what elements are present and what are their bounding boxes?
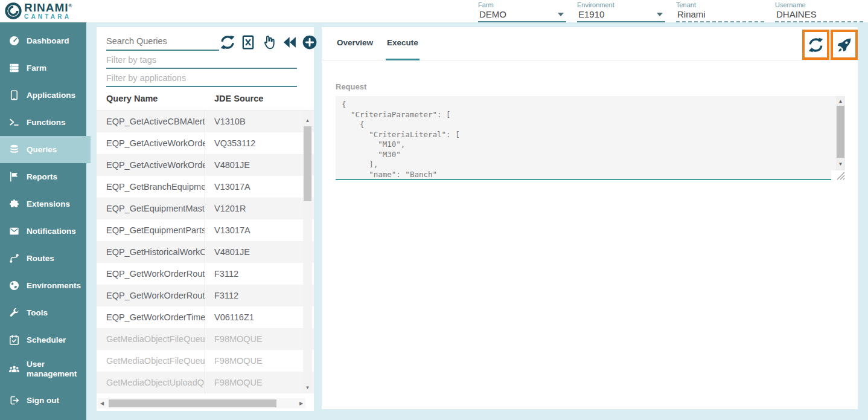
scheduler-icon [8,334,20,346]
tenant-label: Tenant [676,1,764,8]
environments-icon [8,280,20,291]
rinami-swirl-icon [5,2,22,19]
execute-query-button[interactable] [831,30,858,60]
table-row[interactable]: EQP_GetActiveWorkOrdersV4801JE [97,154,314,176]
rocket-icon [836,37,852,53]
request-json-text: { "CriteriaParameter": [ { "CriteriaLite… [342,100,833,178]
collapse-panel-button[interactable] [281,34,297,50]
select-query-button[interactable] [260,34,276,50]
detail-tabs: Overview Execute [322,27,858,60]
request-vertical-scrollbar[interactable]: ▲ ▼ [836,96,845,179]
environment-select[interactable]: E1910 [577,8,665,22]
chevron-down-icon [558,13,564,16]
user-management-icon [8,364,20,375]
vertical-scrollbar[interactable]: ▲ ▼ [303,111,312,393]
resize-grip-icon [831,170,846,181]
environment-field: Environment E1910 [577,1,665,22]
table-row[interactable]: GetMediaObjectFileQueuesF98MOQUE [97,350,314,372]
sidebar-item-queries[interactable]: Queries [0,136,91,163]
sidebar-item-farm[interactable]: Farm [0,54,86,82]
chevron-down-icon [657,13,663,16]
username-label: Username [775,1,863,8]
table-row[interactable]: EQP_GetActiveWorkOrderRVQ353112 [97,132,314,154]
execute-actions [802,30,858,60]
sidebar-item-functions[interactable]: Functions [0,109,86,136]
scrollbar-thumb[interactable] [109,399,276,407]
search-queries-input[interactable] [106,33,219,51]
farm-select[interactable]: DEMO [478,8,566,22]
filter-by-applications-input[interactable] [106,69,297,87]
sync-icon [808,37,824,53]
table-row[interactable]: EQP_GetEquipmentPartsV13017A [97,219,314,241]
column-header-jde-source: JDE Source [205,94,263,103]
table-row[interactable]: EQP_GetEquipmentMasterV1201R [97,198,314,219]
sidebar-item-applications[interactable]: Applications [0,82,86,109]
refresh-button[interactable] [802,30,829,60]
table-row[interactable]: EQP_GetWorkOrderRoutingF3112 [97,285,314,306]
filter-by-tags-input[interactable] [106,51,297,69]
query-table-body: EQP_GetActiveCBMAlertsV1310B EQP_GetActi… [97,111,314,393]
scroll-up-icon[interactable]: ▲ [836,97,845,105]
reports-icon [8,171,20,183]
queries-icon [8,144,20,155]
sidebar-item-scheduler[interactable]: Scheduler [0,326,86,354]
tenant-field: Tenant Rinami [676,1,764,22]
tools-icon [8,307,20,318]
scrollbar-thumb[interactable] [304,126,311,201]
extensions-icon [8,198,20,210]
request-editor[interactable]: { "CriteriaParameter": [ { "CriteriaLite… [336,96,845,180]
dashboard-icon [8,35,20,47]
sidebar-item-routes[interactable]: Routes [0,245,86,272]
app-logo: RINAMI® CANTARA [5,2,72,20]
farm-icon [8,62,20,74]
scroll-down-icon[interactable]: ▼ [303,384,312,392]
username-value: DHAINES [775,8,863,22]
sidebar-nav: Dashboard Farm Applications Functions [0,22,86,420]
table-row[interactable]: EQP_GetActiveCBMAlertsV1310B [97,111,314,132]
scrollbar-thumb[interactable] [837,106,844,158]
table-row[interactable]: EQP_GetWorkOrderTimeEnV06116Z1 [97,306,314,328]
logo-line1: RINAMI® [24,2,72,13]
table-row[interactable]: GetMediaObjectUploadQueF98MOQUE [97,372,314,393]
sidebar-item-sign-out[interactable]: Sign out [0,387,86,414]
tenant-value: Rinami [676,8,764,22]
tab-execute[interactable]: Execute [386,27,420,60]
table-row[interactable]: EQP_GetWorkOrderRoutingF3112 [97,263,314,285]
plus-circle-icon [302,34,318,50]
scroll-right-icon[interactable]: ▶ [297,398,305,409]
table-row[interactable]: EQP_GetHistoricalWorkOrcV4801JE [97,241,314,263]
horizontal-scrollbar[interactable]: ◀ ▶ [98,398,305,409]
sidebar-item-notifications[interactable]: Notifications [0,218,86,245]
farm-label: Farm [478,1,566,8]
logo-line2: CANTARA [24,14,72,20]
request-label: Request [336,82,858,91]
hand-pointer-icon [261,34,276,50]
add-query-button[interactable] [301,34,318,50]
export-excel-button[interactable] [240,34,256,50]
sidebar-item-dashboard[interactable]: Dashboard [0,27,86,54]
environment-label: Environment [577,1,665,8]
registered-mark: ® [69,3,73,8]
refresh-queries-button[interactable] [219,34,235,50]
table-row[interactable]: GetMediaObjectFileQueueF98MOQUE [97,328,314,350]
scroll-left-icon[interactable]: ◀ [98,398,106,409]
top-bar: RINAMI® CANTARA Farm DEMO Environment E1… [0,0,868,22]
sidebar-item-reports[interactable]: Reports [0,163,86,190]
resize-handle[interactable] [831,170,846,181]
farm-field: Farm DEMO [478,1,566,22]
sidebar-item-tools[interactable]: Tools [0,299,86,326]
sidebar-item-extensions[interactable]: Extensions [0,190,86,218]
sidebar-item-environments[interactable]: Environments [0,272,86,299]
session-fields: Farm DEMO Environment E1910 Tenant Rinam… [478,1,863,22]
tab-overview[interactable]: Overview [336,27,374,60]
query-table-header: Query Name JDE Source [97,87,314,111]
sign-out-icon [8,395,20,406]
table-row[interactable]: EQP_GetBranchEquipmentV13017A [97,176,314,198]
fast-backward-icon [281,34,297,50]
functions-icon [8,117,20,128]
routes-icon [8,253,20,264]
sidebar-item-user-management[interactable]: User management [0,354,86,385]
sync-icon [220,34,235,50]
scroll-down-icon[interactable]: ▼ [836,160,845,168]
scroll-up-icon[interactable]: ▲ [303,117,312,125]
